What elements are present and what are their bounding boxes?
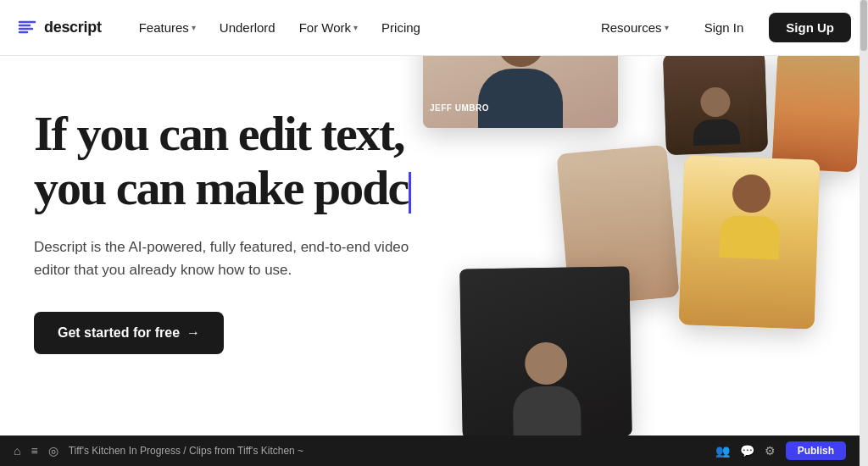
menu-icon[interactable]: ≡ xyxy=(31,444,37,458)
publish-button[interactable]: Publish xyxy=(786,441,846,460)
bottom-bar-right: 👥 💬 ⚙ Publish xyxy=(715,441,846,460)
editor-bottom-bar: ⌂ ≡ ◎ Tiff's Kitchen In Progress / Clips… xyxy=(0,435,860,466)
text-cursor xyxy=(409,172,411,214)
hero-section: If you can edit text, you can make podc … xyxy=(34,107,509,354)
arrow-icon: → xyxy=(186,325,200,341)
chevron-down-icon: ▾ xyxy=(192,23,196,32)
chevron-down-icon-2: ▾ xyxy=(353,23,358,32)
comment-icon[interactable]: 💬 xyxy=(740,444,754,458)
bottom-bar-left: ⌂ ≡ ◎ Tiff's Kitchen In Progress / Clips… xyxy=(14,444,303,458)
photo-card-landscape xyxy=(771,56,862,173)
hero-headline: If you can edit text, you can make podc xyxy=(34,107,509,215)
chevron-down-icon-3: ▾ xyxy=(665,23,669,32)
nav-for-work[interactable]: For Work ▾ xyxy=(289,14,368,42)
scrollbar[interactable] xyxy=(860,0,868,466)
photo-card-person2 xyxy=(556,145,679,307)
photo-card-person1 xyxy=(663,56,768,155)
circle-icon[interactable]: ◎ xyxy=(48,444,58,458)
scrollbar-thumb[interactable] xyxy=(860,0,867,51)
users-icon[interactable]: 👥 xyxy=(715,444,730,458)
nav-links: Features ▾ Underlord For Work ▾ Pricing xyxy=(129,14,591,42)
signin-button[interactable]: Sign In xyxy=(689,13,760,42)
photo-card-person3 xyxy=(679,155,821,329)
signup-button[interactable]: Sign Up xyxy=(769,13,851,42)
nav-pricing[interactable]: Pricing xyxy=(371,14,431,42)
navbar: descript Features ▾ Underlord For Work ▾… xyxy=(0,0,868,56)
main-content: If you can edit text, you can make podc … xyxy=(0,56,868,466)
nav-right: Resources ▾ Sign In Sign Up xyxy=(591,13,851,42)
home-icon[interactable]: ⌂ xyxy=(14,444,20,458)
breadcrumb: Tiff's Kitchen In Progress / Clips from … xyxy=(69,445,303,457)
settings-icon[interactable]: ⚙ xyxy=(765,444,776,458)
hero-subtext: Descript is the AI-powered, fully featur… xyxy=(34,236,424,281)
nav-features[interactable]: Features ▾ xyxy=(129,14,206,42)
nav-resources[interactable]: Resources ▾ xyxy=(591,14,679,42)
descript-logo-icon xyxy=(17,18,37,38)
cta-button[interactable]: Get started for free → xyxy=(34,312,224,354)
nav-underlord[interactable]: Underlord xyxy=(209,14,286,42)
logo[interactable]: descript xyxy=(17,18,102,38)
brand-name: descript xyxy=(44,19,102,36)
